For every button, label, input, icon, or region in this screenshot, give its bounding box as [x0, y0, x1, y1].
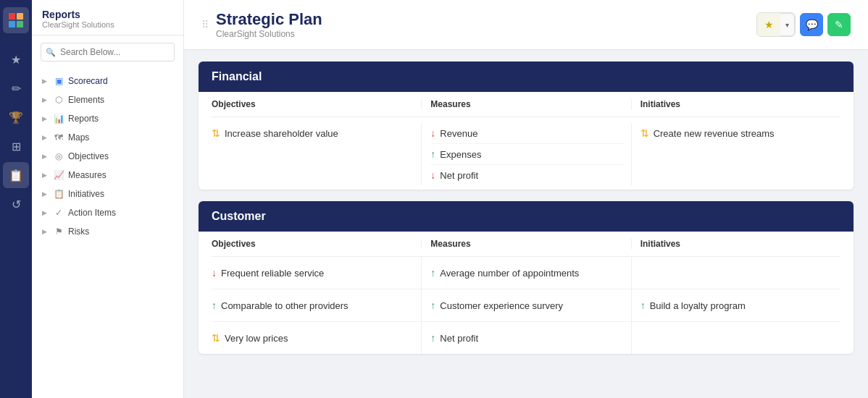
chevron-icon: ▶	[42, 228, 49, 235]
customer-section: Customer Objectives Measures Initiatives…	[199, 201, 854, 354]
sidebar-item-label: Reports	[68, 114, 99, 124]
customer-col-initiatives: Initiatives	[631, 239, 840, 249]
edit-button[interactable]: ✎	[827, 13, 851, 36]
svg-rect-1	[17, 13, 23, 20]
chevron-icon: ▶	[42, 190, 49, 198]
customer-row3-measures: ↑ Net profit	[421, 322, 630, 354]
list-item: ↓ Frequent reliable service	[212, 263, 415, 283]
header-actions: ★ ▾ 💬 ✎	[756, 12, 851, 37]
page-subtitle: ClearSight Solutions	[216, 29, 322, 39]
list-item: ⇅ Create new revenue streams	[640, 123, 840, 143]
sidebar-item-elements[interactable]: ▶ ⬡ Elements	[32, 90, 183, 109]
up-arrow-icon: ↑	[430, 267, 435, 279]
financial-objective-cell: ⇅ Increase shareholder value	[212, 123, 421, 185]
sidebar-item-risks[interactable]: ▶ ⚑ Risks	[32, 222, 183, 241]
sidebar-nav: ▶ ▣ Scorecard ▶ ⬡ Elements ▶ 📊 Reports ▶…	[32, 69, 183, 398]
refresh-nav-icon[interactable]: ↺	[3, 191, 29, 217]
customer-section-title: Customer	[212, 210, 266, 222]
objective-text: Very low prices	[225, 333, 288, 344]
sidebar-item-measures[interactable]: ▶ 📈 Measures	[32, 166, 183, 185]
sidebar-title: Reports	[42, 9, 173, 20]
star-button[interactable]: ★	[757, 13, 780, 36]
page-title: Strategic Plan	[216, 10, 322, 29]
financial-col-initiatives: Initiatives	[631, 99, 840, 109]
sidebar-item-reports[interactable]: ▶ 📊 Reports	[32, 109, 183, 128]
star-dropdown-button[interactable]: ▾	[780, 13, 795, 36]
sidebar-item-objectives[interactable]: ▶ ◎ Objectives	[32, 147, 183, 166]
action-items-icon: ✓	[54, 208, 64, 218]
dashboard-nav-icon[interactable]: ⊞	[3, 133, 29, 159]
drag-handle-icon[interactable]: ⠿	[201, 19, 209, 30]
measure-text: Average number of appointments	[440, 268, 579, 279]
customer-row1-initiatives	[631, 257, 840, 289]
customer-col-objectives: Objectives	[212, 239, 421, 249]
up-arrow-icon: ↑	[212, 300, 217, 311]
chevron-icon: ▶	[42, 172, 49, 179]
objective-text: Increase shareholder value	[225, 128, 338, 139]
clipboard-nav-icon[interactable]: 📋	[3, 162, 29, 188]
chevron-icon: ▶	[42, 134, 49, 141]
measure-text: Revenue	[440, 128, 477, 139]
sidebar-item-label: Initiatives	[68, 189, 104, 199]
content-area: Financial Objectives Measures Initiative…	[184, 50, 868, 365]
list-item: ↓ Net profit	[430, 165, 625, 185]
down-arrow-icon: ↓	[212, 267, 217, 279]
measure-text: Net profit	[440, 170, 478, 181]
sidebar-item-maps[interactable]: ▶ 🗺 Maps	[32, 128, 183, 147]
list-item: ↑ Expenses	[430, 144, 625, 165]
sidebar-item-label: Measures	[68, 170, 107, 180]
trophy-nav-icon[interactable]: 🏆	[3, 104, 29, 130]
customer-row2-objective: ↑ Comparable to other providers	[212, 289, 421, 321]
measure-text: Net profit	[440, 333, 478, 344]
sidebar-item-label: Objectives	[68, 151, 109, 161]
customer-row2-initiatives: ↑ Build a loyalty program	[631, 289, 840, 321]
financial-initiatives-cell: ⇅ Create new revenue streams	[631, 123, 840, 185]
customer-row1-measures: ↑ Average number of appointments	[421, 257, 630, 289]
list-item: ⇅ Increase shareholder value	[212, 123, 415, 143]
measures-icon: 📈	[54, 170, 64, 180]
initiative-text: Create new revenue streams	[654, 128, 775, 139]
financial-measures-cell: ↓ Revenue ↑ Expenses ↓ Net profit	[421, 123, 630, 185]
risks-icon: ⚑	[54, 226, 64, 237]
financial-col-objectives: Objectives	[212, 99, 421, 109]
customer-row1-objective: ↓ Frequent reliable service	[212, 257, 421, 289]
objective-text: Comparable to other providers	[221, 300, 349, 311]
sidebar-item-label: Scorecard	[68, 76, 108, 86]
measure-text: Expenses	[440, 149, 481, 160]
sidebar-item-scorecard[interactable]: ▶ ▣ Scorecard	[32, 72, 183, 90]
sidebar-item-label: Elements	[68, 95, 104, 105]
financial-section-header: Financial	[199, 62, 854, 92]
elements-icon: ⬡	[54, 95, 64, 105]
sidebar-subtitle: ClearSight Solutions	[42, 20, 173, 29]
updown-arrow-icon: ⇅	[640, 127, 649, 139]
initiative-text: Build a loyalty program	[650, 300, 746, 311]
search-input[interactable]	[41, 43, 175, 62]
list-item: ↑ Net profit	[430, 328, 625, 348]
scorecard-icon: ▣	[54, 76, 64, 86]
sidebar-item-action-items[interactable]: ▶ ✓ Action Items	[32, 203, 183, 222]
customer-section-header: Customer	[199, 201, 854, 232]
updown-arrow-icon: ⇅	[212, 332, 220, 344]
chevron-icon: ▶	[42, 77, 49, 85]
list-item: ↓ Revenue	[430, 123, 625, 144]
sidebar-item-label: Risks	[68, 226, 89, 237]
objectives-icon: ◎	[54, 151, 64, 161]
up-arrow-icon: ↑	[430, 300, 435, 311]
chat-button[interactable]: 💬	[800, 13, 823, 36]
svg-rect-2	[9, 21, 15, 27]
up-arrow-icon: ↑	[430, 332, 435, 344]
pencil-nav-icon[interactable]: ✏	[3, 75, 29, 101]
initiatives-icon: 📋	[54, 189, 64, 199]
chevron-icon: ▶	[42, 153, 49, 160]
icon-rail: ★ ✏ 🏆 ⊞ 📋 ↺	[0, 0, 32, 398]
header-left: ⠿ Strategic Plan ClearSight Solutions	[201, 10, 322, 39]
financial-col-measures: Measures	[421, 99, 630, 109]
objective-text: Frequent reliable service	[221, 268, 324, 279]
chevron-icon: ▶	[42, 209, 49, 216]
star-nav-icon[interactable]: ★	[3, 46, 29, 72]
search-icon: 🔍	[46, 48, 56, 57]
sidebar: Reports ClearSight Solutions 🔍 ▶ ▣ Score…	[32, 0, 184, 398]
up-arrow-icon: ↑	[430, 148, 435, 160]
sidebar-item-initiatives[interactable]: ▶ 📋 Initiatives	[32, 185, 183, 203]
logo-icon[interactable]	[3, 7, 29, 33]
